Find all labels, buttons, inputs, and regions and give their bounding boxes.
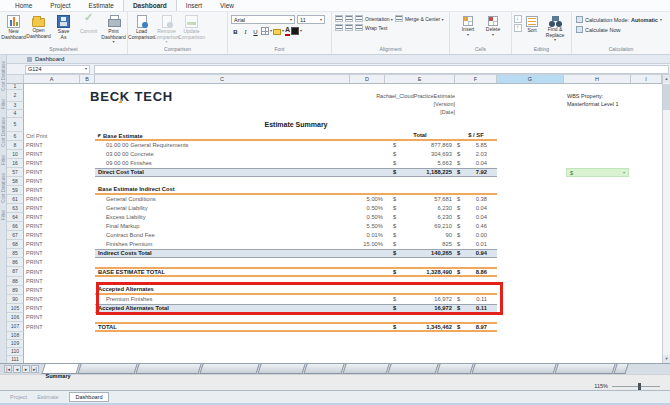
cell-h[interactable] xyxy=(564,204,631,213)
row-header-3[interactable]: 3 xyxy=(7,102,24,110)
cell-i[interactable] xyxy=(631,118,662,132)
column-header-a[interactable]: A xyxy=(24,75,80,83)
cell-g[interactable] xyxy=(497,118,564,132)
cell-spacer[interactable] xyxy=(80,118,95,132)
cell-spacer[interactable] xyxy=(80,186,95,195)
cell-percent[interactable]: 0.01% xyxy=(350,231,385,240)
zoom-slider[interactable] xyxy=(612,386,660,387)
cell-h[interactable] xyxy=(564,195,631,204)
delete-button[interactable]: Delete▾ xyxy=(481,14,506,37)
cell-total[interactable] xyxy=(385,258,455,267)
cell-g[interactable] xyxy=(497,186,564,195)
cell-spacer[interactable] xyxy=(80,110,95,118)
cell-per-sf[interactable]: $0.38 xyxy=(455,195,497,204)
cell-spacer[interactable] xyxy=(80,141,95,150)
cell-print-flag[interactable] xyxy=(24,356,80,363)
cell-print-flag[interactable] xyxy=(24,340,80,348)
cell-description[interactable]: TOTAL xyxy=(95,324,350,330)
scroll-up-icon[interactable]: ▲ xyxy=(663,75,670,83)
cell-total[interactable] xyxy=(385,313,455,322)
cell-i[interactable] xyxy=(631,159,662,168)
cell-percent[interactable] xyxy=(350,340,385,348)
cell-total[interactable] xyxy=(385,348,455,356)
row-header-57[interactable]: 57 xyxy=(7,168,24,177)
cell-total[interactable]: Total xyxy=(385,132,455,139)
status-tab-estimate[interactable]: Estimate xyxy=(37,394,58,400)
cell-percent[interactable] xyxy=(350,286,385,293)
align-middle-icon[interactable] xyxy=(345,15,353,22)
zoom-slider-thumb[interactable] xyxy=(638,383,641,390)
new-dashboard-button[interactable]: NewDashboard xyxy=(1,14,26,40)
cell-spacer[interactable] xyxy=(80,304,95,313)
cell-h[interactable] xyxy=(564,141,631,150)
underline-button[interactable]: U xyxy=(251,27,260,36)
align-right-icon[interactable] xyxy=(355,24,363,31)
cell-description[interactable] xyxy=(95,277,350,286)
cell-description[interactable] xyxy=(95,348,350,356)
cell-g[interactable] xyxy=(497,295,564,304)
open-dashboard-button[interactable]: OpenDashboard xyxy=(26,14,51,39)
row-header-89[interactable]: 89 xyxy=(7,286,24,295)
cell-percent[interactable] xyxy=(350,324,385,330)
column-header-i[interactable]: I xyxy=(631,75,662,83)
cell-per-sf[interactable]: $0.11 xyxy=(455,295,497,304)
cell-g[interactable] xyxy=(497,249,564,258)
cell-total[interactable] xyxy=(385,340,455,348)
cell-g[interactable] xyxy=(497,258,564,267)
cell-h[interactable] xyxy=(564,332,631,340)
cell-percent[interactable] xyxy=(350,177,385,186)
cell-print-flag[interactable]: PRINT xyxy=(24,304,80,313)
sheet-tab-alternate-fees[interactable]: $$Alternate Fees$$ xyxy=(555,364,616,374)
sheet-tab-line-items[interactable]: $$Line Items$$ xyxy=(387,364,438,374)
cell-spacer[interactable] xyxy=(80,332,95,340)
cell-per-sf[interactable] xyxy=(455,286,497,293)
cell-g[interactable] xyxy=(497,340,564,348)
align-left-icon[interactable] xyxy=(335,24,343,31)
cell-i[interactable] xyxy=(631,141,662,150)
cell-description[interactable] xyxy=(95,177,350,186)
cell-i[interactable] xyxy=(631,186,662,195)
cell-description[interactable]: General Conditions xyxy=(95,195,350,204)
cell-per-sf[interactable]: $8.86 xyxy=(455,269,497,275)
row-header-2[interactable]: 2 xyxy=(7,90,24,102)
cell-percent[interactable] xyxy=(350,348,385,356)
align-bottom-icon[interactable] xyxy=(355,15,363,22)
cell-per-sf[interactable]: $0.94 xyxy=(455,250,497,257)
cell-per-sf[interactable]: $0.11 xyxy=(455,305,497,312)
panel-tab-filter[interactable]: Filter xyxy=(1,99,6,109)
cell-g[interactable] xyxy=(497,222,564,231)
cell-h[interactable] xyxy=(564,286,631,295)
status-tab-project[interactable]: Project xyxy=(10,394,27,400)
cell-h[interactable] xyxy=(564,277,631,286)
row-header-85[interactable]: 85 xyxy=(7,249,24,258)
cell-print-flag[interactable] xyxy=(24,102,80,110)
cell-g[interactable] xyxy=(497,313,564,322)
row-header-86[interactable]: 86 xyxy=(7,258,24,267)
fill-color-icon[interactable] xyxy=(273,29,281,35)
cell-percent[interactable] xyxy=(350,295,385,304)
column-header-f[interactable]: F xyxy=(455,75,497,83)
row-header-105[interactable]: 105 xyxy=(7,304,24,313)
cell-print-flag[interactable]: PRINT xyxy=(24,159,80,168)
cell-spacer[interactable] xyxy=(80,267,95,277)
column-header-e[interactable]: E xyxy=(385,75,455,83)
align-top-icon[interactable] xyxy=(335,15,343,22)
cell-percent[interactable] xyxy=(350,269,385,275)
cell-h[interactable] xyxy=(564,222,631,231)
sort-ascending-icon[interactable] xyxy=(514,15,522,23)
row-header-61[interactable]: 61 xyxy=(7,195,24,204)
row-header-59[interactable]: 59 xyxy=(7,186,24,195)
cell-i[interactable] xyxy=(631,286,662,295)
cell-h[interactable] xyxy=(564,177,631,186)
borders-icon[interactable] xyxy=(261,27,269,35)
cell-h[interactable] xyxy=(564,159,631,168)
cell-percent[interactable] xyxy=(350,313,385,322)
prev-sheet-button[interactable]: ◂ xyxy=(13,365,21,373)
cell-print-flag[interactable] xyxy=(24,90,80,102)
cell-percent[interactable] xyxy=(350,332,385,340)
cell-total[interactable]: $6,230 xyxy=(385,204,455,213)
cell-total[interactable]: $90 xyxy=(385,231,455,240)
cell-per-sf[interactable]: $5.85 xyxy=(455,141,497,150)
row-header-109[interactable]: 109 xyxy=(7,340,24,348)
cell-i[interactable] xyxy=(631,295,662,304)
